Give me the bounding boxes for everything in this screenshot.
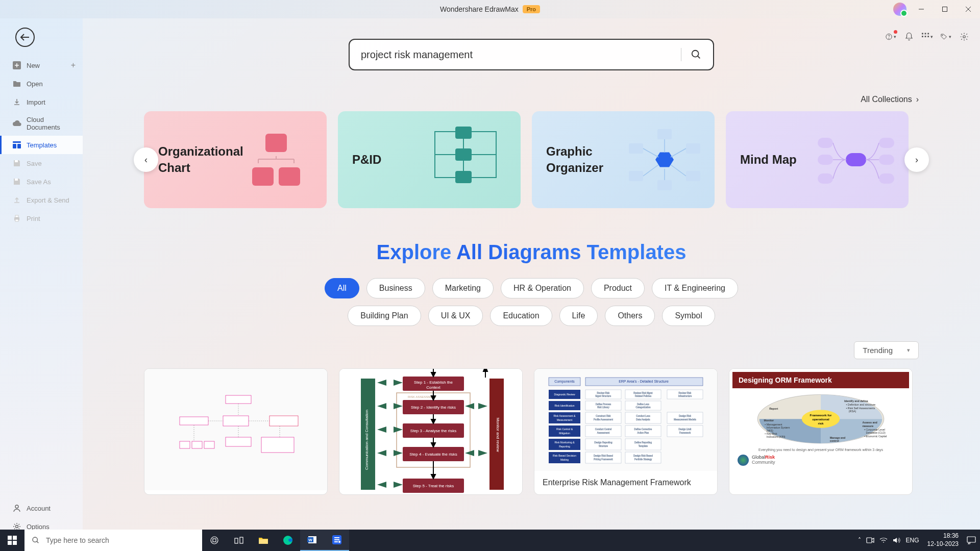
chevron-right-icon: › — [916, 95, 919, 104]
category-mind-map[interactable]: Mind Map — [726, 111, 909, 208]
filter-life[interactable]: Life — [559, 306, 598, 326]
filter-others[interactable]: Others — [605, 306, 655, 326]
filter-building-plan[interactable]: Building Plan — [348, 306, 421, 326]
template-grid: Communication and Consultation Monitor a… — [83, 359, 980, 495]
svg-rect-45 — [180, 441, 190, 448]
svg-text:Reporting: Reporting — [559, 445, 570, 448]
tray-clock[interactable]: 18:36 12-10-2023 — [924, 532, 962, 548]
template-card[interactable]: Components ERP Area's - Detailed Structu… — [534, 368, 718, 495]
task-view-icon[interactable] — [202, 530, 227, 551]
filter-it-engineering[interactable]: IT & Engineering — [652, 278, 738, 298]
svg-rect-181 — [8, 536, 12, 540]
svg-text:Template: Template — [639, 445, 648, 447]
nav-label: Save As — [27, 178, 51, 186]
svg-rect-16 — [13, 144, 16, 148]
svg-text:Assessment: Assessment — [597, 432, 610, 434]
carousel-prev[interactable]: ‹ — [134, 147, 158, 172]
nav-label: Account — [27, 505, 51, 512]
all-collections-link[interactable]: All Collections › — [83, 95, 980, 104]
template-card[interactable] — [144, 368, 328, 495]
svg-rect-189 — [235, 538, 238, 543]
svg-line-36 — [671, 148, 686, 157]
svg-point-185 — [33, 537, 37, 542]
brand-sub: Community — [752, 460, 775, 465]
nav-import[interactable]: Import — [0, 93, 83, 111]
nav-label: Print — [27, 215, 40, 222]
svg-rect-30 — [455, 171, 472, 183]
carousel-next[interactable]: › — [904, 147, 929, 172]
filter-all[interactable]: All — [325, 278, 359, 298]
user-avatar[interactable] — [893, 3, 906, 16]
taskbar-tray: ˄ ENG 18:36 12-10-2023 — [858, 530, 980, 551]
cloud-icon — [12, 119, 21, 128]
nav-open[interactable]: Open — [0, 74, 83, 93]
filter-ui-ux[interactable]: UI & UX — [428, 306, 483, 326]
svg-rect-125 — [625, 401, 661, 410]
svg-marker-91 — [465, 450, 474, 456]
svg-rect-47 — [204, 441, 214, 448]
svg-marker-81 — [377, 403, 386, 409]
filter-hr-operation[interactable]: HR & Operation — [501, 278, 584, 298]
filter-product[interactable]: Product — [591, 278, 645, 298]
plus-square-icon — [12, 61, 21, 70]
template-card[interactable]: Communication and Consultation Monitor a… — [339, 368, 523, 495]
nav-account[interactable]: Account — [0, 499, 83, 517]
tray-wifi-icon[interactable] — [879, 537, 888, 544]
taskbar-edrawmax[interactable] — [325, 530, 349, 551]
nav-label: Export & Send — [27, 196, 69, 204]
search-box[interactable] — [349, 39, 714, 70]
nav-new[interactable]: New + — [0, 56, 83, 74]
category-pid[interactable]: P&ID — [338, 111, 521, 208]
svg-text:• Definition and structure: • Definition and structure — [846, 403, 876, 406]
back-button[interactable] — [15, 28, 35, 47]
svg-text:Context: Context — [426, 385, 440, 390]
tray-notifications-icon[interactable] — [967, 536, 976, 544]
svg-text:Mitigation: Mitigation — [559, 432, 570, 435]
window-controls — [893, 0, 980, 18]
search-input[interactable] — [361, 49, 676, 61]
category-graphic-organizer[interactable]: Graphic Organizer — [532, 111, 715, 208]
tray-time: 18:36 — [927, 532, 959, 540]
taskbar-cortana[interactable] — [227, 530, 251, 551]
tray-lang[interactable]: ENG — [906, 537, 919, 544]
nav-templates[interactable]: Templates — [0, 136, 83, 154]
svg-text:Portfolio Strategy: Portfolio Strategy — [634, 458, 652, 461]
maximize-button[interactable] — [933, 0, 957, 18]
taskbar-explorer[interactable] — [251, 530, 276, 551]
sort-value: Trending — [863, 346, 893, 355]
svg-text:Conduct Control: Conduct Control — [595, 428, 612, 431]
category-org-chart[interactable]: Organizational Chart — [144, 111, 327, 208]
orm-footnote: Everything you need to design and presen… — [754, 447, 887, 453]
tray-chevron-icon[interactable]: ˄ — [858, 537, 861, 544]
filter-symbol[interactable]: Symbol — [662, 306, 715, 326]
taskbar-word[interactable]: W — [300, 530, 325, 551]
svg-text:Categorization: Categorization — [635, 406, 651, 409]
chevron-down-icon: ▾ — [907, 347, 910, 354]
start-button[interactable] — [0, 530, 24, 551]
taskbar-edge[interactable] — [276, 530, 300, 551]
template-icon — [12, 140, 21, 149]
nav-cloud-documents[interactable]: Cloud Documents — [0, 111, 83, 136]
tray-meet-icon[interactable] — [866, 537, 874, 544]
svg-rect-48 — [226, 437, 251, 446]
filter-business[interactable]: Business — [366, 278, 425, 298]
taskbar-search[interactable]: Type here to search — [24, 530, 202, 551]
svg-text:Design Risk Based: Design Risk Based — [594, 455, 614, 457]
search-icon[interactable] — [691, 49, 702, 60]
svg-text:Step 5 - Treat the risks: Step 5 - Treat the risks — [413, 484, 454, 488]
close-button[interactable] — [957, 0, 980, 18]
svg-rect-155 — [625, 452, 661, 463]
template-card[interactable]: Designing ORM Framework Framework for op… — [729, 368, 913, 495]
minimize-button[interactable] — [910, 0, 933, 18]
add-icon[interactable]: + — [71, 61, 76, 70]
filter-marketing[interactable]: Marketing — [432, 278, 494, 298]
svg-text:Risk Assessment &: Risk Assessment & — [554, 414, 576, 417]
svg-text:Measurement Models: Measurement Models — [674, 418, 696, 421]
svg-marker-80 — [394, 380, 403, 386]
save-as-icon — [12, 177, 21, 186]
tray-volume-icon[interactable] — [893, 537, 901, 544]
filter-education[interactable]: Education — [490, 306, 552, 326]
explore-prefix: Explore — [377, 241, 456, 263]
sort-dropdown[interactable]: Trending ▾ — [854, 341, 919, 359]
svg-text:• Key Risk: • Key Risk — [765, 432, 777, 435]
